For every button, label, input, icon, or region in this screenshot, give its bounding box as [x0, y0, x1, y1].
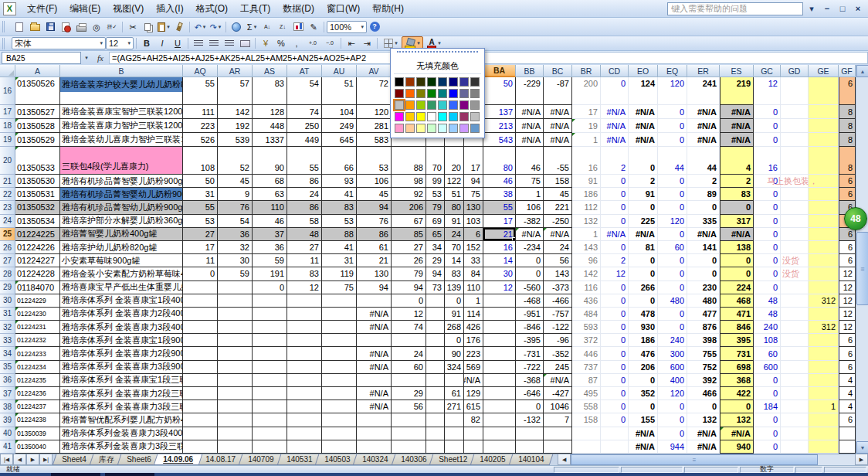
cell-A31[interactable]: 01224230 [15, 308, 60, 321]
cell-BR38[interactable]: 558 [572, 400, 601, 413]
cell-EQ16[interactable]: 120 [658, 77, 687, 105]
cell-AR21[interactable]: 45 [218, 175, 253, 188]
cell-GC36[interactable]: 0 [754, 374, 781, 387]
cell-AT29[interactable]: 12 [287, 281, 322, 294]
cell-GE38[interactable]: 1 [809, 400, 839, 413]
cell-AX34[interactable] [426, 347, 445, 360]
cell-GF33[interactable]: 6 [839, 334, 856, 347]
cell-AX29[interactable]: 73 [426, 281, 445, 294]
cell-ES22[interactable]: 83 [720, 188, 754, 201]
cell-CD34[interactable]: 0 [601, 347, 629, 360]
cell-A41[interactable]: 01350040 [15, 440, 60, 454]
cell-AT22[interactable]: 24 [287, 188, 322, 201]
cell-ES37[interactable]: 422 [720, 387, 754, 400]
cell-ES27[interactable]: 0 [720, 254, 754, 267]
cell-BB25[interactable]: #N/A [516, 228, 544, 241]
cell-AT24[interactable]: 58 [287, 215, 322, 228]
cell-GE28[interactable] [809, 267, 839, 280]
cell-BB30[interactable]: -468 [516, 294, 544, 308]
cell-EQ30[interactable]: 480 [658, 294, 687, 308]
row-header-19[interactable]: 19 [0, 133, 15, 147]
cell-AT36[interactable] [287, 374, 322, 387]
horizontal-scrollbar[interactable]: ◀ ≡ ▶ [558, 454, 868, 465]
cell-BC26[interactable]: 24 [544, 241, 572, 254]
cell-BR34[interactable]: 446 [572, 347, 601, 360]
color-swatch-FF99CC[interactable] [395, 124, 404, 133]
scroll-up-icon[interactable]: ▲ [856, 65, 868, 77]
cell-EO20[interactable]: 0 [629, 147, 658, 175]
cell-BR33[interactable]: 372 [572, 334, 601, 347]
cell-AV34[interactable]: #N/A [357, 347, 392, 360]
new-button[interactable] [12, 20, 27, 34]
color-swatch-800080[interactable] [459, 100, 469, 110]
row-header-34[interactable]: 34 [0, 347, 15, 360]
cell-GF19[interactable]: 8 [839, 133, 856, 147]
cell-AZ31[interactable]: 114 [464, 308, 483, 321]
cell-GC23[interactable]: 0 [754, 201, 781, 214]
cell-AQ17[interactable]: 111 [183, 105, 218, 119]
cell-GE35[interactable] [809, 361, 839, 374]
cell-GC24[interactable]: 0 [754, 215, 781, 228]
open-button[interactable] [27, 20, 42, 34]
cell-GD38[interactable] [781, 400, 809, 413]
cell-AR19[interactable]: 539 [218, 133, 253, 147]
cell-EO36[interactable]: 0 [629, 374, 658, 387]
cell-CD21[interactable]: 0 [601, 175, 629, 188]
cell-EQ33[interactable]: 240 [658, 334, 687, 347]
menu-帮助(H)[interactable]: 帮助(H) [366, 1, 410, 17]
cell-AV23[interactable]: 94 [357, 201, 392, 214]
cell-A27[interactable]: 01224227 [15, 254, 60, 267]
cell-AU22[interactable]: 41 [322, 188, 357, 201]
cell-B21[interactable]: 雅培有机珍品菁智婴儿奶粉900g（1 [60, 175, 183, 188]
cell-CD37[interactable]: 0 [601, 387, 629, 400]
cell-BC23[interactable]: 221 [544, 201, 572, 214]
cell-GF31[interactable]: 12 [839, 308, 856, 321]
column-header-BB[interactable]: BB [516, 65, 544, 77]
cell-A26[interactable]: 01224226 [15, 241, 60, 254]
currency-button[interactable]: ¥ [258, 36, 273, 50]
cell-ER27[interactable]: 0 [687, 254, 720, 267]
cell-BB26[interactable]: -234 [516, 241, 544, 254]
cell-A39[interactable]: 01224238 [15, 413, 60, 427]
font-color-dropdown-icon[interactable]: ▾ [438, 40, 441, 46]
cell-AZ39[interactable]: 82 [464, 413, 483, 427]
color-swatch-00CCFF[interactable] [449, 112, 458, 121]
cell-GE37[interactable] [809, 387, 839, 400]
color-swatch-333399[interactable] [459, 77, 469, 87]
cell-GF32[interactable]: 12 [839, 321, 856, 334]
close-button[interactable]: × [851, 2, 865, 15]
copy-button[interactable] [141, 20, 156, 34]
cell-BA30[interactable] [483, 294, 516, 308]
cell-AS23[interactable]: 110 [253, 201, 287, 214]
cell-AX25[interactable]: 65 [426, 228, 445, 241]
cell-AQ40[interactable] [183, 427, 218, 440]
cell-AR22[interactable]: 9 [218, 188, 253, 201]
cell-GE16[interactable] [809, 77, 839, 105]
cell-AY21[interactable]: 122 [445, 175, 464, 188]
cell-BA28[interactable]: 30 [483, 267, 516, 280]
borders-dropdown-icon[interactable]: ▾ [395, 40, 398, 46]
cell-AS37[interactable] [253, 387, 287, 400]
cell-AU24[interactable]: 53 [322, 215, 357, 228]
cell-GC17[interactable]: 0 [754, 105, 781, 119]
cell-GF18[interactable]: 8 [839, 119, 856, 133]
cell-GE23[interactable] [809, 201, 839, 214]
cell-AW35[interactable]: 60 [392, 361, 426, 374]
redo-dropdown-icon[interactable]: ▾ [219, 24, 222, 30]
menu-视图(V)[interactable]: 视图(V) [107, 1, 150, 17]
cell-CD39[interactable]: 0 [601, 413, 629, 427]
color-swatch-CC99FF[interactable] [459, 124, 469, 133]
cell-ES25[interactable]: #N/A [720, 228, 754, 241]
cell-AW26[interactable]: 27 [392, 241, 426, 254]
cell-BC34[interactable]: -352 [544, 347, 572, 360]
cell-BB35[interactable]: -722 [516, 361, 544, 374]
row-header-40[interactable]: 40 [0, 427, 15, 440]
cell-GD29[interactable] [781, 281, 809, 294]
cell-AR18[interactable]: 192 [218, 119, 253, 133]
cell-AQ36[interactable] [183, 374, 218, 387]
cell-EO41[interactable]: #N/A [629, 440, 658, 454]
color-swatch-C0C0C0[interactable] [395, 100, 404, 110]
cell-AU17[interactable]: 104 [322, 105, 357, 119]
cell-AT30[interactable] [287, 294, 322, 308]
cell-AQ41[interactable] [183, 440, 218, 454]
